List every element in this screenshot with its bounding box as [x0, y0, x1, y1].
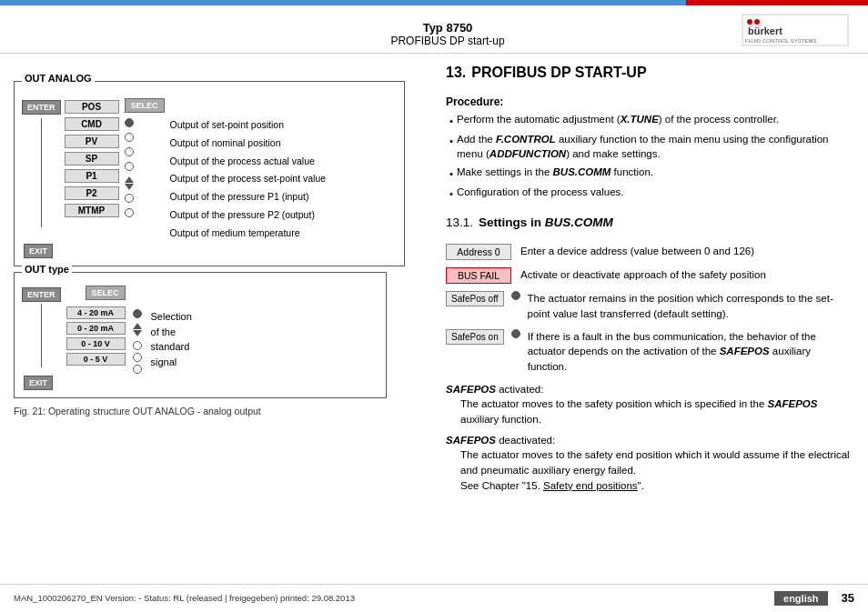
typ-label: Typ 8750 [155, 21, 741, 35]
safepos-on-radio [511, 329, 520, 338]
bullet-item-4: • Configuration of the process values. [449, 185, 850, 202]
sub-arrow-up-icon [133, 323, 142, 329]
desc-pos: Output of set-point position [170, 118, 327, 133]
svg-text:bürkert: bürkert [748, 25, 782, 36]
safepos-off-row: SafePos off The actuator remains in the … [446, 291, 850, 321]
busfail-row: BUS FAIL Activate or deactivate approach… [446, 267, 850, 284]
sub-menu-0-10v[interactable]: 0 - 10 V [66, 337, 126, 350]
activated-label: SAFEPOS activated: [446, 382, 850, 397]
subsection-num: 13.1. [446, 216, 473, 229]
menu-sp[interactable]: SP [65, 152, 119, 166]
activated-desc: The actuator moves to the safety positio… [460, 396, 850, 426]
arrow-up-icon [125, 176, 134, 183]
fig-caption: Fig. 21: Operating structure OUT ANALOG … [14, 406, 414, 416]
bullet-item-3: • Make settings in the BUS.COMM function… [449, 165, 850, 182]
radio-p1 [125, 194, 134, 203]
language-button[interactable]: english [774, 591, 828, 606]
sub-radio-0-20ma [133, 341, 142, 350]
bullet-icon-3: • [449, 166, 453, 182]
radio-pv [125, 147, 134, 156]
out-analog-diagram: OUT ANALOG ENTER POS CMD P [14, 81, 405, 266]
bullet-list: • Perform the automatic adjustment (X.TU… [449, 112, 850, 201]
safepos-on-label: SafePos on [451, 332, 499, 342]
page-number: 35 [842, 591, 854, 605]
address-row: Address 0 Enter a device address (value … [446, 244, 850, 260]
sub-desc: Selectionof thestandardsignal [151, 309, 192, 374]
safepos-on-box: SafePos on [446, 329, 504, 345]
desc-sp: Output of the process set-point value [170, 172, 327, 186]
sub-menu-0-20ma[interactable]: 0 - 20 mA [66, 322, 126, 335]
diagram-title: OUT ANALOG [22, 73, 95, 84]
address-desc: Enter a device address (value between 0 … [520, 244, 850, 259]
busfail-desc: Activate or deactivate approach of the s… [520, 267, 850, 283]
bullet-text-4: Configuration of the process values. [457, 185, 623, 200]
subsection-title: Settings in BUS.COMM [479, 216, 613, 229]
exit-button[interactable]: EXIT [24, 244, 53, 258]
desc-p2: Output of the pressure P2 (output) [170, 208, 327, 223]
sub-menu-4-20ma[interactable]: 4 - 20 mA [66, 306, 126, 319]
enter-button[interactable]: ENTER [22, 100, 61, 115]
deactivated-desc: The actuator moves to the safety end pos… [460, 447, 850, 493]
page-footer: MAN_1000206270_EN Version: - Status: RL … [0, 584, 868, 611]
sub-radio-4-20ma [133, 309, 142, 318]
selec-button[interactable]: SELEC [125, 98, 165, 113]
safepos-deactivated-section: SAFEPOS deactivated: The actuator moves … [446, 433, 850, 494]
subtitle-label: PROFIBUS DP start-up [155, 35, 741, 47]
menu-pv[interactable]: PV [65, 135, 119, 148]
desc-cmd: Output of nominal position [170, 136, 327, 151]
radio-cmd [125, 133, 134, 142]
busfail-box: BUS FAIL [446, 267, 511, 284]
menu-cmd[interactable]: CMD [65, 117, 119, 131]
safepos-off-desc: The actuator remains in the position whi… [528, 291, 850, 321]
bullet-text-2: Add the F.CONTROL auxiliary function to … [457, 132, 850, 162]
arrow-down-icon [125, 184, 134, 190]
svg-point-2 [747, 19, 752, 25]
sub-enter-button[interactable]: ENTER [22, 287, 61, 302]
sub-radio-0-10v [133, 353, 142, 362]
desc-pv: Output of the process actual value [170, 155, 327, 169]
svg-text:FLUID CONTROL SYSTEMS: FLUID CONTROL SYSTEMS [745, 38, 816, 44]
menu-p2[interactable]: P2 [65, 186, 119, 200]
procedure-label: Procedure: [446, 95, 850, 108]
bullet-icon-2: • [449, 134, 453, 149]
menu-pos[interactable]: POS [65, 100, 119, 114]
section-title: PROFIBUS DP START-UP [471, 65, 646, 81]
safepos-on-desc: If there is a fault in the bus communica… [528, 329, 850, 375]
out-type-diagram: OUT type ENTER SELEC 4 - 20 mA 0 - 20 mA [14, 272, 387, 398]
sub-exit-button[interactable]: EXIT [24, 376, 53, 390]
sub-selec-button[interactable]: SELEC [86, 286, 126, 300]
sub-diagram-title: OUT type [22, 264, 72, 275]
header-logo: bürkert FLUID CONTROL SYSTEMS [741, 13, 850, 47]
address-box: Address 0 [446, 244, 511, 260]
desc-p1: Output of the pressure P1 (input) [170, 190, 327, 205]
menu-mtmp[interactable]: MTMP [65, 204, 119, 217]
right-panel: 13. PROFIBUS DP START-UP Procedure: • Pe… [428, 54, 868, 584]
sub-arrow-down-icon [133, 330, 142, 336]
section-num: 13. [446, 65, 466, 81]
header-title: Typ 8750 PROFIBUS DP start-up [155, 21, 741, 47]
radio-p2 [125, 208, 134, 217]
sub-menu-0-5v[interactable]: 0 - 5 V [66, 353, 126, 366]
footer-text: MAN_1000206270_EN Version: - Status: RL … [14, 593, 355, 603]
bullet-item-1: • Perform the automatic adjustment (X.TU… [449, 112, 850, 129]
safepos-activated-section: SAFEPOS activated: The actuator moves to… [446, 382, 850, 427]
desc-mtmp: Output of medium temperature [170, 226, 327, 241]
radio-sp [125, 162, 134, 171]
sub-radio-0-5v [133, 365, 142, 374]
deactivated-label: SAFEPOS deactivated: [446, 433, 850, 448]
svg-point-3 [754, 19, 760, 25]
footer-right: english 35 [774, 591, 854, 606]
menu-p1[interactable]: P1 [65, 169, 119, 183]
bullet-icon-1: • [449, 114, 453, 129]
bullet-item-2: • Add the F.CONTROL auxiliary function t… [449, 132, 850, 162]
bullet-text-1: Perform the automatic adjustment (X.TUNE… [457, 112, 779, 127]
safepos-off-box: SafePos off [446, 291, 504, 306]
bullet-text-3: Make settings in the BUS.COMM function. [457, 165, 653, 180]
left-panel: OUT ANALOG ENTER POS CMD P [0, 54, 428, 584]
page-header: Typ 8750 PROFIBUS DP start-up bürkert FL… [0, 5, 868, 54]
burkert-logo: bürkert FLUID CONTROL SYSTEMS [741, 13, 850, 47]
safepos-off-label: SafePos off [451, 294, 499, 304]
bullet-icon-4: • [449, 186, 453, 202]
radio-pos [125, 118, 134, 127]
safepos-off-radio [511, 291, 520, 300]
